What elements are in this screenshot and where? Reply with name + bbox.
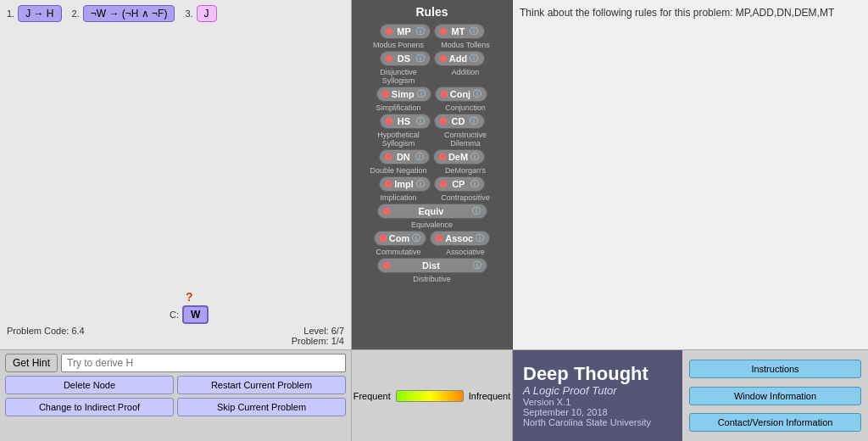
add-name: Add (449, 53, 467, 64)
ds-info-icon[interactable]: ⓘ (416, 53, 425, 64)
rule-btn-mp[interactable]: MP ⓘ (380, 24, 431, 39)
simp-name: Simp (392, 89, 415, 99)
proof-lines: 1. J → H 2. ¬W → (¬H ∧ ¬F) 3. J (0, 0, 351, 27)
dn-name: DN (397, 152, 410, 162)
hs-dot (386, 118, 392, 125)
mt-info-icon[interactable]: ⓘ (470, 25, 478, 37)
simp-dot (382, 91, 389, 98)
dem-label: DeMorgan's (434, 166, 498, 175)
bottom-buttons: Delete Node Restart Current Problem Chan… (5, 376, 346, 416)
rule-btn-dn[interactable]: DN ⓘ (379, 149, 430, 165)
rule-btn-com[interactable]: Com ⓘ (374, 231, 426, 246)
rule-btn-impl[interactable]: Impl ⓘ (379, 176, 431, 192)
impl-info-icon[interactable]: ⓘ (416, 178, 425, 190)
side-buttons: Instructions Window Information Contact/… (682, 350, 868, 441)
add-info-icon[interactable]: ⓘ (470, 53, 478, 64)
step-num-2: 2. (72, 8, 80, 19)
contact-button[interactable]: Contact/Version Information (689, 413, 861, 432)
assoc-label: Associative (434, 248, 498, 256)
rules-title: Rules (355, 3, 509, 22)
rule-label-row-7: Commutative Associative (355, 248, 509, 256)
window-info-button[interactable]: Window Information (689, 387, 861, 405)
dem-dot (439, 154, 446, 160)
proof-footer: Problem Code: 6.4 Level: 6/7 Problem: 1/… (7, 326, 344, 346)
bottom-right: Deep Thought A Logic Proof Tutor Version… (513, 350, 868, 441)
step-formula-3[interactable]: J (197, 5, 217, 22)
get-hint-button[interactable]: Get Hint (5, 354, 58, 372)
assoc-name: Assoc (445, 233, 473, 243)
rules-row-4: DN ⓘ DeM ⓘ (355, 149, 509, 165)
equiv-label: Equivalence (377, 220, 487, 229)
hint-input[interactable] (61, 354, 346, 372)
step-formula-2[interactable]: ¬W → (¬H ∧ ¬F) (83, 5, 175, 22)
step-num-3: 3. (185, 8, 192, 19)
add-dot (440, 55, 447, 62)
skip-button[interactable]: Skip Current Problem (177, 398, 346, 416)
question-mark-icon: ? (186, 290, 193, 304)
conj-info-icon[interactable]: ⓘ (473, 88, 481, 100)
problem-label: Problem: 1/4 (292, 336, 344, 346)
restart-button[interactable]: Restart Current Problem (177, 376, 346, 394)
hs-info-icon[interactable]: ⓘ (416, 115, 425, 127)
info-text: Think about the following rules for this… (520, 7, 834, 19)
rule-btn-conj[interactable]: Conj ⓘ (435, 87, 487, 102)
dist-dot (383, 262, 390, 269)
rules-row-3: HS ⓘ CD ⓘ (355, 114, 509, 129)
equiv-name: Equiv (419, 206, 444, 216)
cd-dot (440, 118, 447, 125)
cp-info-icon[interactable]: ⓘ (470, 178, 479, 190)
rule-btn-mt[interactable]: MT ⓘ (434, 24, 485, 39)
rules-row-6: Equiv ⓘ (355, 204, 509, 219)
dist-name: Dist (422, 260, 440, 271)
equiv-info-icon[interactable]: ⓘ (472, 205, 481, 217)
ds-name: DS (398, 53, 410, 64)
proof-step-1: 1. J → H (7, 5, 62, 22)
frequent-label: Frequent (353, 391, 391, 401)
cd-label: Constructive Dilemma (434, 131, 498, 148)
step-formula-1[interactable]: J → H (18, 5, 61, 22)
hs-name: HS (398, 116, 410, 126)
instructions-button[interactable]: Instructions (689, 360, 861, 378)
dem-info-icon[interactable]: ⓘ (470, 151, 479, 163)
step-num-1: 1. (7, 8, 14, 19)
rule-btn-assoc[interactable]: Assoc ⓘ (430, 231, 490, 246)
dn-info-icon[interactable]: ⓘ (415, 151, 424, 163)
dist-info-icon[interactable]: ⓘ (473, 260, 481, 271)
rule-btn-dist[interactable]: Dist ⓘ (377, 258, 487, 273)
cd-info-icon[interactable]: ⓘ (470, 115, 478, 127)
rule-btn-equiv[interactable]: Equiv ⓘ (377, 204, 487, 219)
delete-node-button[interactable]: Delete Node (5, 376, 174, 394)
btn-row-1: Delete Node Restart Current Problem (5, 376, 346, 394)
rule-btn-simp[interactable]: Simp ⓘ (376, 87, 431, 102)
app-version: Version X.1 (523, 397, 672, 407)
com-info-icon[interactable]: ⓘ (412, 232, 420, 244)
rule-btn-cd[interactable]: CD ⓘ (434, 114, 485, 129)
c-label: C: (170, 310, 179, 320)
mp-info-icon[interactable]: ⓘ (416, 25, 425, 37)
mp-name: MP (397, 26, 411, 36)
rule-btn-dem[interactable]: DeM ⓘ (433, 149, 485, 165)
rule-btn-cp[interactable]: CP ⓘ (434, 176, 485, 192)
rule-btn-ds[interactable]: DS ⓘ (380, 51, 431, 66)
rules-panel: Rules MP ⓘ MT ⓘ Modus Ponens Modus Tolle… (352, 0, 513, 349)
level-label: Level: 6/7 (303, 326, 344, 336)
rule-btn-add[interactable]: Add ⓘ (434, 51, 485, 66)
freq-row: Frequent Infrequent (353, 390, 511, 402)
w-node-box[interactable]: W (182, 305, 209, 324)
rules-row-2: Simp ⓘ Conj ⓘ (355, 87, 509, 102)
cp-label: Contrapositive (434, 193, 498, 202)
rules-row-7: Com ⓘ Assoc ⓘ (355, 231, 509, 246)
rule-label-row-1: Disjunctive Syllogism Addition (355, 68, 509, 85)
dem-name: DeM (448, 152, 468, 162)
change-indirect-button[interactable]: Change to Indirect Proof (5, 398, 174, 416)
assoc-info-icon[interactable]: ⓘ (476, 232, 484, 244)
simp-info-icon[interactable]: ⓘ (417, 88, 426, 100)
add-label: Addition (434, 68, 498, 85)
rule-label-row-2: Simplification Conjunction (355, 103, 509, 112)
mp-dot (386, 28, 392, 35)
proof-panel: 1. J → H 2. ¬W → (¬H ∧ ¬F) 3. J ? C: W (0, 0, 352, 349)
rule-label-row-3: Hypothetical Syllogism Constructive Dile… (355, 131, 509, 148)
conj-dot (441, 91, 448, 98)
rule-btn-hs[interactable]: HS ⓘ (380, 114, 431, 129)
dn-label: Double Negation (367, 166, 431, 175)
